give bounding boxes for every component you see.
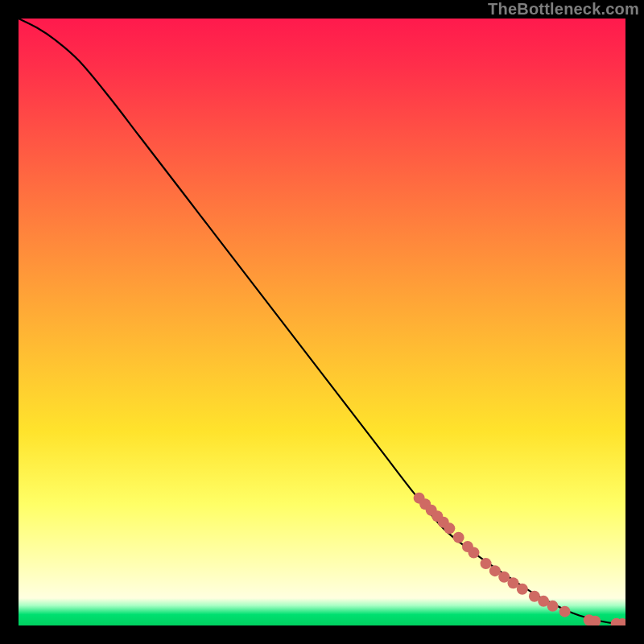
- curve-path: [19, 19, 625, 624]
- data-marker: [426, 505, 437, 516]
- data-marker: [419, 498, 431, 510]
- data-marker: [589, 616, 601, 625]
- curve-svg: [19, 19, 625, 625]
- data-marker: [508, 577, 519, 588]
- chart-stage: TheBottleneck.com: [0, 0, 644, 644]
- data-marker: [481, 558, 492, 569]
- data-marker: [547, 601, 559, 612]
- data-marker: [517, 584, 528, 595]
- data-marker: [431, 510, 443, 522]
- data-marker: [469, 547, 480, 559]
- data-marker: [453, 532, 464, 543]
- data-marker: [414, 493, 425, 504]
- data-marker: [617, 618, 625, 625]
- data-marker: [462, 541, 473, 552]
- data-marker: [444, 522, 455, 534]
- data-marker: [498, 572, 510, 583]
- data-marker: [438, 517, 449, 528]
- data-marker: [559, 606, 571, 617]
- data-marker: [611, 618, 622, 625]
- data-marker: [584, 614, 595, 625]
- data-marker: [489, 565, 501, 576]
- watermark-text: TheBottleneck.com: [488, 0, 639, 19]
- data-marker: [538, 596, 549, 607]
- curve-markers: [414, 493, 625, 625]
- plot-area: [19, 19, 625, 625]
- data-marker: [529, 591, 540, 602]
